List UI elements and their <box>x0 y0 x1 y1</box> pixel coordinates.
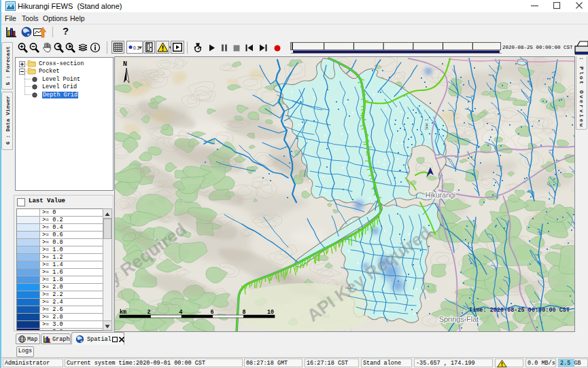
svg-text:2: 2 <box>147 309 150 316</box>
svg-text:Hikurangi: Hikurangi <box>426 191 455 199</box>
svg-text:Springs Flat: Springs Flat <box>439 315 479 323</box>
svg-text:SH 1: SH 1 <box>423 118 430 130</box>
svg-text:8: 8 <box>242 309 245 316</box>
svg-text:N: N <box>123 60 127 68</box>
svg-text:10: 10 <box>267 309 274 316</box>
svg-text:4: 4 <box>179 309 182 316</box>
svg-text:Time: 2020-08-25 00:00:00 CST: Time: 2020-08-25 00:00:00 CST <box>469 307 570 314</box>
svg-text:km: km <box>120 309 126 316</box>
svg-text:6: 6 <box>210 309 213 316</box>
